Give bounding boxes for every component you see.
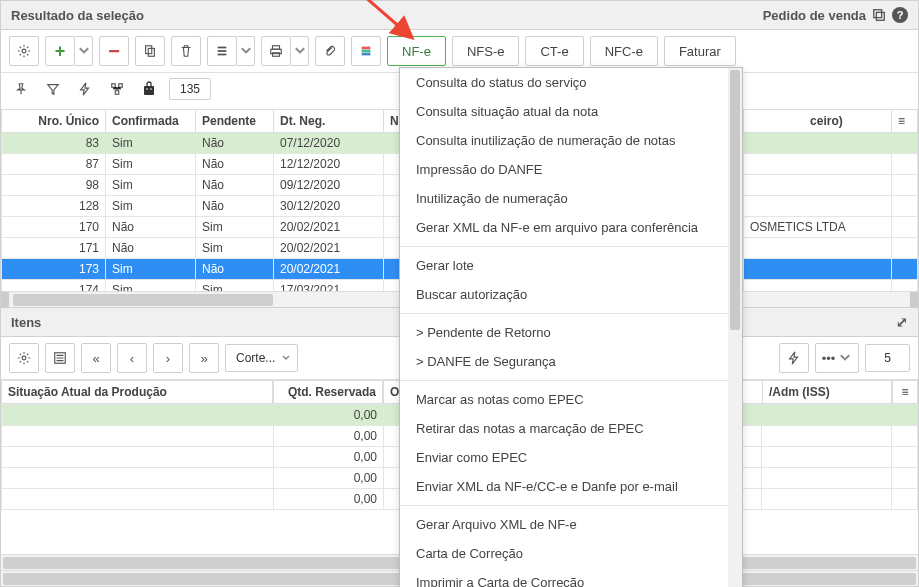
delete-button[interactable] — [171, 36, 201, 66]
nfe-dropdown: Consulta do status do serviçoConsulta si… — [399, 67, 743, 587]
svg-line-0 — [364, 0, 410, 36]
tab-nfse[interactable]: NFS-e — [452, 36, 520, 66]
header-right-label: Pedido de venda — [763, 8, 866, 23]
dropdown-item[interactable]: Gerar lote — [400, 251, 742, 280]
svg-rect-8 — [218, 54, 227, 56]
page-counter: 135 — [169, 78, 211, 100]
col-nro-unico[interactable]: Nro. Único — [2, 110, 106, 133]
col-pendente[interactable]: Pendente — [196, 110, 274, 133]
corte-combo[interactable]: Corte... — [225, 344, 298, 372]
print-chevron[interactable] — [291, 36, 309, 66]
expand-icon[interactable]: ⤢ — [896, 314, 908, 330]
pointer-arrow — [362, 0, 422, 44]
stack-chevron[interactable] — [237, 36, 255, 66]
svg-rect-11 — [273, 53, 280, 57]
svg-rect-14 — [362, 53, 371, 56]
col-qtd[interactable]: Qtd. Reservada — [273, 381, 383, 404]
svg-rect-2 — [876, 12, 884, 20]
filter-icon[interactable] — [41, 77, 65, 101]
tab-cte[interactable]: CT-e — [525, 36, 583, 66]
dropdown-item[interactable]: Inutilização de numeração — [400, 184, 742, 213]
svg-rect-17 — [115, 91, 119, 95]
svg-rect-16 — [119, 84, 123, 88]
dropdown-item[interactable]: > Pendente de Retorno — [400, 318, 742, 347]
dropdown-item[interactable]: Retirar das notas a marcação de EPEC — [400, 414, 742, 443]
nav-prev[interactable]: ‹ — [117, 343, 147, 373]
itens-title: Itens — [11, 315, 41, 330]
col-confirmada[interactable]: Confirmada — [106, 110, 196, 133]
help-icon[interactable]: ? — [892, 7, 908, 23]
tree-icon[interactable] — [105, 77, 129, 101]
nav-first[interactable]: « — [81, 343, 111, 373]
dropdown-item[interactable]: Buscar autorização — [400, 280, 742, 309]
svg-point-20 — [150, 88, 152, 90]
dropdown-item[interactable]: Enviar XML da NF-e/CC-e e Danfe por e-ma… — [400, 472, 742, 501]
copy-icon[interactable] — [872, 8, 886, 22]
nav-last[interactable]: » — [189, 343, 219, 373]
dropdown-item[interactable]: Imprimir a Carta de Correção — [400, 568, 742, 587]
print-button[interactable] — [261, 36, 291, 66]
col-dt-neg[interactable]: Dt. Neg. — [274, 110, 384, 133]
dropdown-item[interactable]: Gerar Arquivo XML de NF-e — [400, 510, 742, 539]
tab-nfce[interactable]: NFC-e — [590, 36, 658, 66]
dropdown-item[interactable]: Consulta do status do serviço — [400, 68, 742, 97]
svg-rect-7 — [218, 50, 227, 52]
bolt-icon[interactable] — [73, 77, 97, 101]
itens-gear[interactable] — [9, 343, 39, 373]
svg-point-19 — [146, 88, 148, 90]
dropdown-item[interactable]: Marcar as notas como EPEC — [400, 385, 742, 414]
attach-button[interactable] — [315, 36, 345, 66]
svg-rect-13 — [362, 50, 371, 53]
dropdown-item[interactable]: Consulta situação atual da nota — [400, 97, 742, 126]
svg-rect-1 — [874, 10, 882, 18]
svg-point-3 — [22, 49, 26, 53]
col-adm[interactable]: /Adm (ISS) — [762, 381, 892, 404]
nav-next[interactable]: › — [153, 343, 183, 373]
svg-rect-12 — [362, 47, 371, 50]
col-menu2[interactable]: ≡ — [892, 381, 918, 404]
itens-more[interactable]: ••• — [815, 343, 860, 373]
gear-button[interactable] — [9, 36, 39, 66]
dropdown-item[interactable]: Gerar XML da NF-e em arquivo para confer… — [400, 213, 742, 242]
bag-icon[interactable] — [137, 77, 161, 101]
dropdown-item[interactable]: Enviar como EPEC — [400, 443, 742, 472]
add-button[interactable]: + — [45, 36, 75, 66]
svg-point-21 — [22, 356, 26, 360]
stack-button[interactable] — [207, 36, 237, 66]
dropdown-item[interactable]: Carta de Correção — [400, 539, 742, 568]
copy-button[interactable] — [135, 36, 165, 66]
svg-rect-18 — [144, 86, 154, 95]
col-parceiro[interactable]: Nome (Parceiro) — [744, 110, 892, 133]
col-menu[interactable]: ≡ — [892, 110, 918, 133]
remove-button[interactable]: − — [99, 36, 129, 66]
add-chevron[interactable] — [75, 36, 93, 66]
dropdown-scrollbar[interactable] — [728, 68, 742, 587]
col-situacao[interactable]: Situação Atual da Produção — [1, 381, 273, 404]
svg-rect-6 — [218, 47, 227, 49]
dropdown-item[interactable]: > DANFE de Segurança — [400, 347, 742, 376]
itens-page: 5 — [865, 344, 910, 372]
tab-faturar[interactable]: Faturar — [664, 36, 736, 66]
svg-rect-15 — [112, 84, 116, 88]
itens-list[interactable] — [45, 343, 75, 373]
pin-icon[interactable] — [9, 77, 33, 101]
dropdown-item[interactable]: Consulta inutilização de numeração de no… — [400, 126, 742, 155]
itens-bolt[interactable] — [779, 343, 809, 373]
panel-title: Resultado da seleção — [11, 8, 144, 23]
dropdown-item[interactable]: Impressão do DANFE — [400, 155, 742, 184]
